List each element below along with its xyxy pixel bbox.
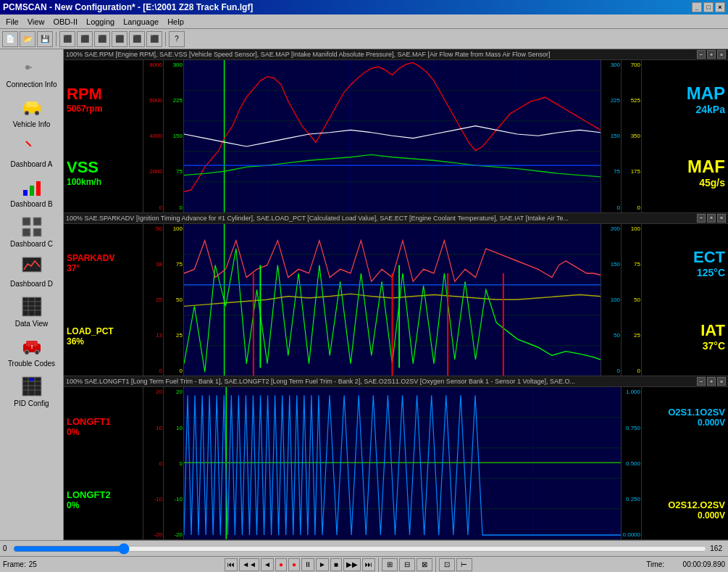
- map-param: MAP 24kPa: [645, 83, 725, 115]
- transport-btn-extra1[interactable]: ⊞: [382, 558, 398, 571]
- svg-rect-5: [26, 101, 38, 107]
- toolbar-btn3[interactable]: ⬛: [94, 31, 110, 47]
- o2s1-label: O2S1.1O2SV: [645, 407, 725, 418]
- transport-last[interactable]: ⏭: [362, 558, 375, 571]
- transport-play[interactable]: ►: [316, 558, 329, 571]
- longft2-param: LONGFT2 0%: [67, 489, 140, 510]
- toolbar-open[interactable]: 📂: [20, 31, 35, 47]
- transport-record1[interactable]: ●: [275, 558, 287, 571]
- scale-sa-38: 38: [144, 261, 162, 268]
- chart-minus-1[interactable]: −: [697, 50, 706, 59]
- o2s2-param: O2S12.O2SV 0.000V: [645, 500, 725, 521]
- sidebar-item-dashboard-c[interactable]: Dashboard C: [1, 212, 62, 252]
- chart-plot-1[interactable]: [184, 60, 601, 212]
- minimize-button[interactable]: _: [692, 2, 702, 12]
- vss-value: 100km/h: [67, 177, 140, 187]
- sidebar-label-trouble-codes: Trouble Codes: [8, 360, 55, 368]
- menu-obdii[interactable]: OBD-II: [49, 17, 82, 27]
- scale-o2s1-0: 0.0000: [622, 531, 640, 538]
- transport-pause[interactable]: ⏸: [301, 558, 314, 571]
- maf-param: MAF 45g/s: [645, 157, 725, 188]
- toolbar-btn6[interactable]: ⬛: [146, 31, 162, 47]
- sidebar-item-dashboard-a[interactable]: Dashboard A: [1, 132, 62, 172]
- svg-point-7: [35, 111, 39, 115]
- longft1-label: LONGFT1: [67, 416, 140, 427]
- sidebar-item-dashboard-d[interactable]: Dashboard D: [1, 252, 62, 291]
- scale-vss-150: 150: [164, 133, 183, 139]
- title-bar: PCMSCAN - New Configuration* - [E:\2001 …: [0, 0, 728, 14]
- dashboard-b-icon: [20, 175, 43, 199]
- transport-next-fast[interactable]: ▶▶: [343, 558, 361, 571]
- transport-stop[interactable]: ■: [330, 558, 342, 571]
- transport-btn-extra3[interactable]: ⊠: [417, 558, 432, 571]
- longft2-label: LONGFT2: [67, 489, 140, 500]
- scale-iat-0: 0: [622, 368, 640, 374]
- scale-iat-25: 25: [622, 332, 640, 339]
- timeline-slider[interactable]: [13, 544, 708, 554]
- transport-btn-extra5[interactable]: ⊢: [456, 558, 472, 571]
- scale-sa-25: 25: [144, 297, 162, 303]
- transport-btn-extra2[interactable]: ⊟: [399, 558, 415, 571]
- menu-logging[interactable]: Logging: [82, 17, 119, 27]
- scale-vss-225: 225: [164, 97, 183, 104]
- chart-left-3: LONGFT1 0% LONGFT2 0%: [64, 387, 143, 539]
- y-scale-iat-right: 100 75 50 25 0: [621, 224, 641, 376]
- transport-first[interactable]: ⏮: [225, 558, 238, 571]
- close-button[interactable]: ×: [715, 2, 725, 12]
- scale-lf2-m10: -10: [164, 496, 183, 502]
- loadpct-param: LOAD_PCT 36%: [67, 326, 140, 347]
- sidebar-label-pid-config: PID Config: [14, 399, 49, 407]
- slider-min-label: 0: [3, 544, 7, 552]
- y-scale-map-right: 300 225 150 75 0: [601, 60, 621, 212]
- chart-svg-2: [184, 224, 601, 376]
- scale-iat-50: 50: [622, 297, 640, 303]
- transport-record2[interactable]: ●: [288, 558, 300, 571]
- toolbar-help[interactable]: ?: [169, 31, 185, 47]
- maximize-button[interactable]: □: [703, 2, 714, 12]
- toolbar-sep2: [165, 32, 166, 46]
- chart-minus-2[interactable]: −: [697, 214, 706, 223]
- sidebar-item-connection-info[interactable]: Connection Info: [1, 52, 62, 92]
- menu-file[interactable]: File: [1, 17, 23, 27]
- sidebar-label-data-view: Data View: [15, 320, 48, 328]
- svg-rect-12: [36, 181, 41, 196]
- chart-close-1[interactable]: ×: [717, 50, 726, 59]
- chart-header-2: 100% SAE.SPARKADV [Ignition Timing Advan…: [64, 213, 728, 224]
- sidebar-item-pid-config[interactable]: PID Config: [1, 371, 62, 411]
- svg-rect-14: [33, 217, 41, 225]
- toolbar-save[interactable]: 💾: [37, 31, 53, 47]
- menu-help[interactable]: Help: [163, 17, 188, 27]
- sparkadv-label: SPARKADV: [67, 253, 140, 263]
- maf-value: 45g/s: [645, 177, 725, 188]
- chart-plot-2[interactable]: [184, 224, 601, 376]
- chart-plus-3[interactable]: +: [707, 377, 716, 386]
- chart-minus-3[interactable]: −: [697, 377, 706, 386]
- sidebar-item-data-view[interactable]: Data View: [1, 291, 62, 331]
- chart-plot-3[interactable]: [184, 387, 621, 539]
- transport-prev-fast[interactable]: ◄◄: [239, 558, 259, 571]
- menu-language[interactable]: Language: [119, 17, 163, 27]
- toolbar-new[interactable]: 📄: [2, 31, 18, 47]
- toolbar-btn1[interactable]: ⬛: [59, 31, 75, 47]
- transport-btn-extra4[interactable]: ⊡: [439, 558, 455, 571]
- svg-rect-16: [33, 228, 41, 236]
- o2s1-value: 0.000V: [645, 418, 725, 428]
- toolbar-btn5[interactable]: ⬛: [129, 31, 145, 47]
- svg-rect-13: [22, 217, 30, 225]
- svg-point-27: [35, 350, 39, 355]
- svg-rect-15: [22, 228, 30, 236]
- menu-view[interactable]: View: [23, 17, 49, 27]
- chart-close-3[interactable]: ×: [717, 377, 726, 386]
- toolbar-btn4[interactable]: ⬛: [112, 31, 127, 47]
- sparkadv-value: 37°: [67, 263, 140, 273]
- toolbar-btn2[interactable]: ⬛: [77, 31, 93, 47]
- sidebar-item-trouble-codes[interactable]: ! Trouble Codes: [1, 331, 62, 371]
- sidebar-item-vehicle-info[interactable]: Vehicle Info: [1, 92, 62, 132]
- chart-close-2[interactable]: ×: [717, 214, 726, 223]
- vss-param: VSS 100km/h: [67, 158, 140, 187]
- sidebar-item-dashboard-b[interactable]: Dashboard B: [1, 172, 62, 212]
- transport-prev[interactable]: ◄: [261, 558, 274, 571]
- y-scale-o2s1-right: 1.000 0.750 0.500 0.250 0.0000: [621, 387, 641, 539]
- chart-plus-1[interactable]: +: [707, 50, 716, 59]
- chart-plus-2[interactable]: +: [707, 214, 716, 223]
